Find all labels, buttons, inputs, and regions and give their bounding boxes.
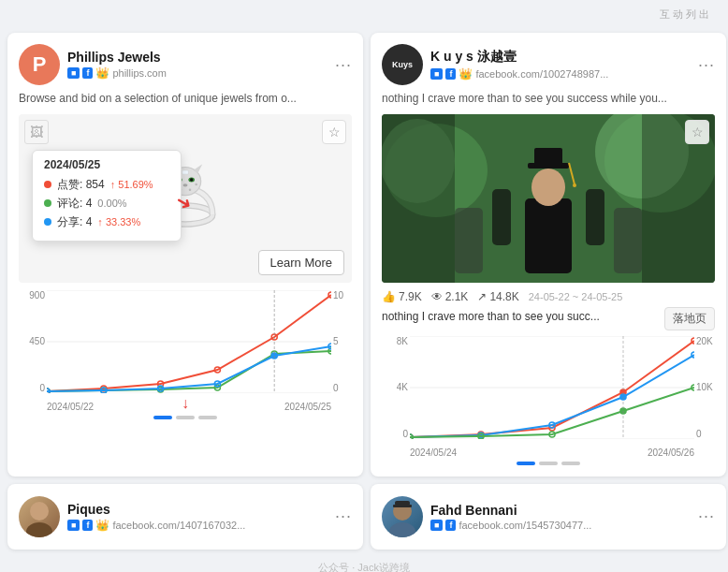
y-left-900: 900 — [19, 290, 45, 301]
svg-rect-78 — [393, 505, 412, 507]
svg-rect-42 — [492, 189, 511, 245]
phillips-header-left: P Phillips Jewels ■ f 👑 phillips.com — [19, 44, 167, 85]
y-right-10: 10 — [333, 290, 352, 301]
kuys-chart-svg-wrapper — [410, 336, 694, 439]
svg-point-76 — [389, 522, 415, 537]
svg-point-9 — [183, 183, 188, 186]
dot-green — [44, 199, 51, 207]
svg-point-8 — [190, 178, 193, 181]
kuys-nav-dot-1[interactable] — [517, 462, 535, 465]
kuys-crown: 👑 — [459, 67, 473, 81]
fahd-card: Fahd Bennani ■ f facebook.com/1545730477… — [371, 484, 726, 550]
phillips-chart: 900 450 0 10 5 0 — [19, 290, 352, 412]
nav-dot-2[interactable] — [176, 416, 195, 419]
fahd-badges: ■ f facebook.com/1545730477... — [430, 520, 691, 531]
phillips-x-labels: 2024/05/22 2024/05/25 — [47, 402, 331, 412]
kuys-avatar: Kuys — [382, 44, 423, 85]
phillips-description: Browse and bid on a selection of unique … — [19, 91, 352, 107]
svg-point-11 — [195, 183, 197, 186]
likes-value: 7.9K — [399, 290, 422, 303]
phillips-avatar: P — [19, 44, 60, 85]
x-label-start: 2024/05/22 — [47, 402, 94, 412]
fahd-menu[interactable]: ··· — [698, 506, 715, 526]
fahd-fb1: ■ — [430, 520, 443, 531]
phillips-card: P Phillips Jewels ■ f 👑 phillips.com ···… — [7, 33, 363, 477]
fahd-fb2: f — [445, 520, 456, 531]
fahd-name: Fahd Bennani — [430, 503, 691, 518]
kuys-badges: ■ f 👑 facebook.com/1002748987... — [430, 67, 608, 81]
phillips-menu[interactable]: ··· — [335, 55, 352, 75]
kuys-views-stat: 👁 2.1K — [431, 290, 469, 303]
phillips-meta: Phillips Jewels ■ f 👑 phillips.com — [67, 50, 167, 80]
phillips-chart-left-labels: 900 450 0 — [19, 290, 45, 393]
phillips-tooltip: 2024/05/25 点赞: 854 ↑ 51.69% 评论: 4 0.00% … — [32, 150, 182, 242]
y-left-4k: 4K — [382, 382, 408, 392]
kuys-dot-nav — [382, 462, 715, 465]
views-value: 2.1K — [445, 290, 469, 303]
piques-fb1: ■ — [67, 520, 80, 531]
kuys-chart-right-labels: 20K 10K 0 — [696, 336, 715, 439]
fahd-avatar — [382, 496, 423, 537]
piques-avatar-svg — [19, 496, 60, 537]
fahd-avatar-svg — [382, 496, 423, 537]
nav-dot-3[interactable] — [198, 416, 217, 419]
phillips-header: P Phillips Jewels ■ f 👑 phillips.com ··· — [19, 44, 352, 85]
fahd-meta: Fahd Bennani ■ f facebook.com/1545730477… — [430, 503, 691, 531]
phillips-fb-badge: ■ — [67, 67, 80, 79]
kuys-name: K u y s 泳越壹 — [430, 49, 608, 66]
shares-value: 14.8K — [489, 290, 518, 303]
phillips-thumb-placeholder: 🖼 — [24, 120, 49, 144]
y-right-20k: 20K — [696, 336, 715, 346]
phillips-badges: ■ f 👑 phillips.com — [67, 66, 167, 80]
kuys-likes-stat: 👍 7.9K — [382, 290, 422, 303]
tooltip-comments-change: 0.00% — [97, 198, 126, 209]
nav-dot-1[interactable] — [153, 416, 172, 419]
graduation-scene — [382, 114, 715, 283]
phillips-star-btn[interactable]: ☆ — [322, 120, 346, 144]
svg-rect-47 — [534, 148, 562, 167]
kuys-menu[interactable]: ··· — [698, 55, 715, 75]
kuys-header-left: Kuys K u y s 泳越壹 ■ f 👑 facebook.com/1002… — [382, 44, 608, 85]
kuys-x-end: 2024/05/26 — [648, 447, 694, 458]
kuys-chart: 8K 4K 0 20K 10K 0 — [382, 336, 715, 458]
phillips-name: Phillips Jewels — [67, 50, 167, 65]
tooltip-comments-label: 评论: 4 — [57, 196, 92, 212]
dot-blue — [44, 218, 51, 226]
y-right-0: 0 — [333, 383, 352, 393]
kuys-nav-dot-3[interactable] — [561, 462, 580, 465]
svg-rect-44 — [525, 198, 572, 273]
chart-arrow-down: ↓ — [182, 395, 189, 412]
landing-page-badge[interactable]: 落地页 — [664, 307, 715, 330]
phillips-fb-badge2: f — [82, 67, 93, 79]
tooltip-row-comments: 评论: 4 0.00% — [44, 196, 169, 212]
top-hint: 互 动 列 出 — [7, 7, 721, 22]
learn-more-button[interactable]: Learn More — [258, 250, 344, 275]
phillips-crown: 👑 — [95, 66, 109, 80]
kuys-description: nothing I crave more than to see you suc… — [382, 91, 715, 107]
piques-menu[interactable]: ··· — [335, 506, 352, 526]
kuys-star-btn[interactable]: ☆ — [685, 120, 709, 144]
kuys-stats-row: 👍 7.9K 👁 2.1K ↗ 14.8K 24-05-22 ~ 24-05-2… — [382, 290, 715, 303]
kuys-date-range: 24-05-22 ~ 24-05-25 — [529, 291, 623, 302]
bottom-cards-row: Piques ■ f 👑 facebook.com/1407167032... … — [7, 484, 721, 550]
kuys-post-row: nothing I crave more than to see you suc… — [382, 307, 715, 330]
cards-row: P Phillips Jewels ■ f 👑 phillips.com ···… — [7, 33, 721, 477]
kuys-nav-dot-2[interactable] — [539, 462, 558, 465]
tooltip-date: 2024/05/25 — [44, 158, 169, 171]
kuys-meta: K u y s 泳越壹 ■ f 👑 facebook.com/100274898… — [430, 49, 608, 81]
phillips-image-area: 🖼 — [19, 114, 352, 283]
piques-crown: 👑 — [95, 519, 109, 532]
y-right-5: 5 — [333, 336, 352, 346]
kuys-x-start: 2024/05/24 — [410, 447, 457, 458]
watermark: 公众号 · Jack说跨境 — [7, 561, 721, 572]
kuys-card: Kuys K u y s 泳越壹 ■ f 👑 facebook.com/1002… — [371, 33, 726, 477]
y-left-450: 450 — [19, 336, 45, 346]
kuys-image-area: ☆ — [382, 114, 715, 283]
svg-point-73 — [30, 502, 49, 521]
piques-card: Piques ■ f 👑 facebook.com/1407167032... … — [7, 484, 363, 550]
svg-point-45 — [531, 169, 565, 206]
piques-meta: Piques ■ f 👑 facebook.com/1407167032... — [67, 502, 328, 532]
dot-red — [44, 181, 51, 188]
kuys-shares-stat: ↗ 14.8K — [477, 290, 518, 303]
svg-rect-14 — [182, 170, 189, 174]
